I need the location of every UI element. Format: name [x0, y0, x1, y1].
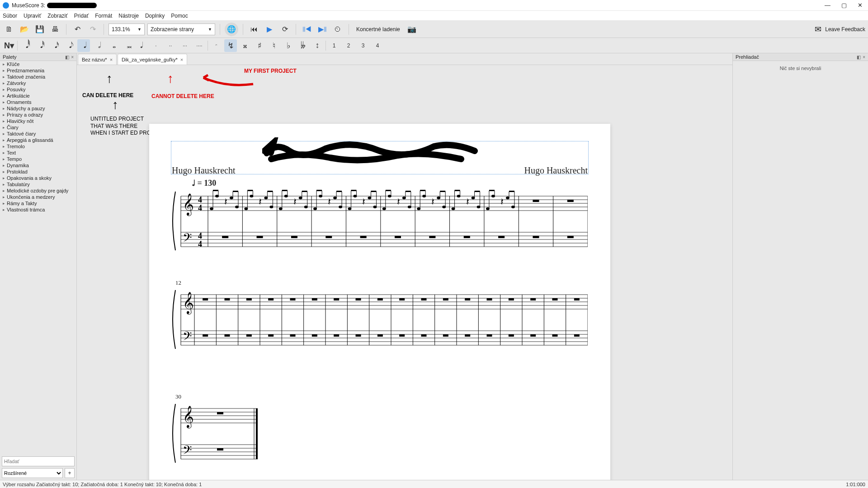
palettes-undock-icon[interactable]: ◧ [65, 55, 69, 60]
palette-item[interactable]: ▸Ukončenia a medzery [0, 194, 76, 200]
flat-icon[interactable]: ♭ [282, 39, 295, 52]
tie-icon[interactable]: 𝆣 [210, 39, 222, 52]
palette-item[interactable]: ▸Rámy a Takty [0, 200, 76, 206]
dot1-icon[interactable]: · [150, 39, 162, 52]
natural-icon[interactable]: ♮ [268, 39, 280, 52]
palette-item[interactable]: ▸Prstoklad [0, 169, 76, 175]
menu-view[interactable]: Zobraziť [47, 13, 68, 19]
palette-item[interactable]: ▸Predznamenania [0, 67, 76, 74]
metronome-icon[interactable]: ⏲ [331, 23, 344, 36]
camera-icon[interactable]: 📷 [406, 23, 418, 36]
palette-item[interactable]: ▸Arpeggiá a glissandá [0, 137, 76, 143]
menu-edit[interactable]: Upraviť [24, 13, 41, 19]
inspector-undock-icon[interactable]: ◧ [857, 55, 861, 60]
staff-system-1[interactable]: 𝄞 𝄢 4 4 4 4 𝄽𝄽𝄽𝄽𝄽𝄽𝄽𝄽𝄽 [172, 187, 588, 255]
save-icon[interactable]: 💾 [33, 23, 46, 36]
palette-item[interactable]: ▸Text [0, 150, 76, 156]
palette-item[interactable]: ▸Ornaments [0, 99, 76, 105]
note-breve-icon[interactable]: 𝅜 [121, 39, 133, 52]
note-16-icon[interactable]: 𝅘𝅥𝅯 [48, 39, 61, 52]
undo-icon[interactable]: ↶ [71, 23, 84, 36]
view-mode-select[interactable]: Zobrazenie strany▼ [147, 23, 215, 35]
tempo-marking[interactable]: ♩ = 130 [192, 178, 216, 188]
dot3-icon[interactable]: ··· [179, 39, 191, 52]
palette-item[interactable]: ▸Melodické ozdoby pre gajdy [0, 188, 76, 194]
voice-2-button[interactable]: 2 [342, 39, 355, 52]
rewind-icon[interactable]: ⏮ [248, 23, 260, 36]
double-sharp-icon[interactable]: 𝄪 [239, 39, 251, 52]
score-page[interactable]: Hugo Hauskrecht Hugo Hauskrecht ♩ = 130 [149, 124, 610, 480]
voice-3-button[interactable]: 3 [357, 39, 369, 52]
staff-system-3[interactable]: 𝄞 𝄢 [172, 399, 262, 467]
palette-item[interactable]: ▸Kľúče [0, 61, 76, 67]
zoom-input[interactable]: 133.1%▼ [108, 23, 145, 35]
palette-item[interactable]: ▸Prírazy a odrazy [0, 112, 76, 118]
menu-file[interactable]: Súbor [3, 13, 17, 19]
palette-item[interactable]: ▸Nádychy a pauzy [0, 105, 76, 112]
palette-item[interactable]: ▸Taktové čiary [0, 131, 76, 137]
palette-item[interactable]: ▸Tempo [0, 156, 76, 162]
palette-item[interactable]: ▸Tabulatúry [0, 181, 76, 188]
voice-1-button[interactable]: 1 [328, 39, 340, 52]
note-input-mode-icon[interactable]: N▾ [3, 39, 15, 52]
menu-add[interactable]: Pridať [74, 13, 89, 19]
palette-item[interactable]: ▸Artikulácie [0, 93, 76, 99]
note-32-icon[interactable]: 𝅘𝅥𝅰 [34, 39, 47, 52]
palette-add-button[interactable]: + [65, 468, 75, 478]
palette-item[interactable]: ▸Hlavičky nôt [0, 118, 76, 124]
note-half-icon[interactable]: 𝅗𝅥 [92, 39, 104, 52]
palettes-close-icon[interactable]: × [71, 55, 74, 60]
palette-item[interactable]: ▸Taktové značenia [0, 74, 76, 80]
new-file-icon[interactable]: 🗎 [3, 23, 15, 36]
svg-rect-116 [475, 191, 480, 192]
composer-right[interactable]: Hugo Hauskrecht [524, 165, 588, 176]
tab-untitled[interactable]: Bez názvu* × [78, 54, 117, 65]
note-dot-half-icon[interactable]: 𝅗𝅥. [135, 39, 148, 52]
close-button[interactable]: ✕ [858, 2, 863, 9]
menu-format[interactable]: Formát [95, 13, 112, 19]
loop-start-icon[interactable]: ⦀◀ [301, 23, 313, 36]
maximize-button[interactable]: ▢ [841, 2, 847, 9]
open-file-icon[interactable]: 📂 [18, 23, 31, 36]
staff-system-2[interactable]: 𝄞 𝄢 [172, 286, 588, 353]
voice-4-button[interactable]: 4 [371, 39, 384, 52]
note-whole-icon[interactable]: 𝅝 [106, 39, 119, 52]
dot2-icon[interactable]: ·· [164, 39, 177, 52]
feedback-button[interactable]: Leave Feedback [825, 26, 865, 33]
palette-item[interactable]: ▸Dynamika [0, 162, 76, 169]
double-flat-icon[interactable]: 𝄫 [297, 39, 309, 52]
loop-end-icon[interactable]: ▶⦀ [316, 23, 329, 36]
palette-item[interactable]: ▸Zátvorky [0, 80, 76, 86]
menu-help[interactable]: Pomoc [171, 13, 188, 19]
palette-mode-select[interactable]: Rozšírené [2, 468, 63, 478]
tab-project-close-icon[interactable]: × [180, 57, 183, 62]
online-icon[interactable]: 🌐 [225, 23, 238, 36]
tab-untitled-close-icon[interactable]: × [110, 57, 113, 62]
palette-item[interactable]: ▸Vlastnosti trámca [0, 206, 76, 213]
note-quarter-icon[interactable]: 𝅘𝅥 [77, 39, 90, 52]
palette-search-input[interactable] [2, 456, 75, 466]
dot4-icon[interactable]: ···· [193, 39, 206, 52]
tab-project[interactable]: Dik_za_vegánske_guľky* × [118, 54, 187, 65]
concert-pitch-button[interactable]: Koncertné ladenie [354, 26, 403, 33]
palette-item[interactable]: ▸Čiary [0, 124, 76, 131]
play-icon[interactable]: ▶ [263, 23, 276, 36]
composer-left[interactable]: Hugo Hauskrecht [172, 165, 236, 176]
menu-plugins[interactable]: Doplnky [145, 13, 165, 19]
redo-icon[interactable]: ↷ [86, 23, 99, 36]
menu-tools[interactable]: Nástroje [118, 13, 139, 19]
sharp-icon[interactable]: ♯ [253, 39, 266, 52]
print-icon[interactable]: 🖶 [49, 23, 61, 36]
note-64-icon[interactable]: 𝅘𝅥𝅱 [19, 39, 32, 52]
slur-icon[interactable]: ↯ [224, 39, 237, 52]
minimize-button[interactable]: — [825, 2, 830, 9]
palette-item-label: Melodické ozdoby pre gajdy [7, 188, 68, 193]
note-8-icon[interactable]: 𝅘𝅥𝅮 [63, 39, 75, 52]
canvas[interactable]: MY FIRST PROJECT ↑ ↑ CAN DELETE HERE CAN… [77, 65, 732, 480]
flip-icon[interactable]: ↕ [311, 39, 324, 52]
palette-item[interactable]: ▸Tremolo [0, 143, 76, 150]
loop-icon[interactable]: ⟳ [278, 23, 291, 36]
palette-item[interactable]: ▸Posuvky [0, 86, 76, 93]
inspector-close-icon[interactable]: × [863, 55, 865, 60]
palette-item[interactable]: ▸Opakovania a skoky [0, 175, 76, 181]
